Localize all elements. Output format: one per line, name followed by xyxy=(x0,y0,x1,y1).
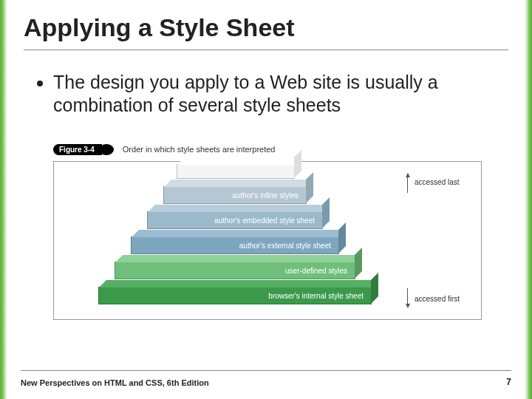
bullet-item: The design you apply to a Web site is us… xyxy=(53,71,502,117)
layer-label: author's inline styles xyxy=(164,187,306,200)
layer-top-blank xyxy=(177,164,295,179)
access-order: accessed last accessed first xyxy=(401,171,468,310)
style-stack: browser's internal style sheet user-defi… xyxy=(98,172,372,313)
layer-user-defined: user-defined styles xyxy=(115,262,355,279)
decoration-right xyxy=(525,0,532,399)
page-number: 7 xyxy=(506,377,511,387)
layer-label: author's embedded style sheet xyxy=(148,212,322,225)
layer-author-inline: author's inline styles xyxy=(163,186,307,204)
layer-author-external: author's external style sheet xyxy=(131,236,339,254)
figure: Figure 3-4 Order in which style sheets a… xyxy=(53,142,482,320)
figure-label: Figure 3-4 xyxy=(53,144,102,155)
decoration-left xyxy=(0,0,7,399)
layer-label: browser's internal style sheet xyxy=(99,287,371,300)
footer-text: New Perspectives on HTML and CSS, 6th Ed… xyxy=(21,378,209,387)
accessed-last-label: accessed last xyxy=(415,178,460,186)
footer-divider xyxy=(21,370,511,371)
layer-label: user-defined styles xyxy=(115,262,355,275)
layer-author-embedded: author's embedded style sheet xyxy=(147,211,323,229)
layer-browser-internal: browser's internal style sheet xyxy=(98,287,372,304)
layer-label: author's external style sheet xyxy=(132,237,338,250)
figure-header: Figure 3-4 Order in which style sheets a… xyxy=(53,142,482,157)
slide: Applying a Style Sheet The design you ap… xyxy=(0,0,532,399)
body-text: The design you apply to a Web site is us… xyxy=(35,71,502,117)
figure-box: browser's internal style sheet user-defi… xyxy=(53,161,482,320)
slide-title: Applying a Style Sheet xyxy=(24,13,508,50)
arrow-up-icon xyxy=(407,174,408,193)
arrow-down-icon xyxy=(407,288,408,307)
figure-caption: Order in which style sheets are interpre… xyxy=(123,145,276,154)
accessed-first-label: accessed first xyxy=(415,295,460,303)
